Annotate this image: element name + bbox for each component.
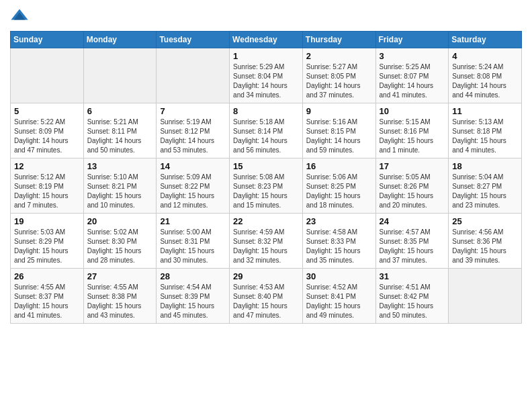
day-number: 18 (452, 161, 518, 171)
day-info: Sunrise: 5:19 AM Sunset: 8:12 PM Dayligh… (160, 118, 226, 155)
calendar-cell: 23Sunrise: 4:58 AM Sunset: 8:33 PM Dayli… (302, 214, 375, 269)
weekday-header-friday: Friday (375, 32, 449, 48)
day-number: 11 (452, 106, 518, 116)
day-info: Sunrise: 4:56 AM Sunset: 8:36 PM Dayligh… (452, 228, 518, 265)
calendar-cell: 29Sunrise: 4:53 AM Sunset: 8:40 PM Dayli… (230, 269, 303, 324)
day-number: 17 (380, 161, 445, 171)
calendar-cell (449, 269, 522, 324)
calendar-cell (157, 48, 230, 103)
day-number: 6 (87, 106, 153, 116)
calendar-cell (11, 48, 84, 103)
day-info: Sunrise: 4:53 AM Sunset: 8:40 PM Dayligh… (233, 283, 299, 320)
day-info: Sunrise: 5:13 AM Sunset: 8:18 PM Dayligh… (452, 118, 518, 155)
logo (10, 7, 32, 26)
day-number: 25 (452, 216, 518, 226)
day-info: Sunrise: 5:10 AM Sunset: 8:21 PM Dayligh… (87, 173, 153, 210)
day-info: Sunrise: 5:03 AM Sunset: 8:29 PM Dayligh… (14, 228, 80, 265)
logo-icon (10, 7, 29, 26)
day-number: 14 (160, 161, 226, 171)
day-info: Sunrise: 4:55 AM Sunset: 8:38 PM Dayligh… (87, 283, 153, 320)
day-info: Sunrise: 4:55 AM Sunset: 8:37 PM Dayligh… (14, 283, 80, 320)
calendar-cell: 13Sunrise: 5:10 AM Sunset: 8:21 PM Dayli… (83, 158, 157, 214)
day-info: Sunrise: 4:51 AM Sunset: 8:42 PM Dayligh… (380, 283, 445, 320)
calendar-cell: 12Sunrise: 5:12 AM Sunset: 8:19 PM Dayli… (11, 158, 84, 214)
day-number: 30 (306, 271, 372, 281)
week-row-2: 5Sunrise: 5:22 AM Sunset: 8:09 PM Daylig… (11, 103, 522, 158)
weekday-header-saturday: Saturday (449, 32, 522, 48)
day-info: Sunrise: 4:52 AM Sunset: 8:41 PM Dayligh… (306, 283, 372, 320)
day-number: 22 (233, 216, 299, 226)
day-info: Sunrise: 5:27 AM Sunset: 8:05 PM Dayligh… (306, 62, 372, 100)
day-info: Sunrise: 5:22 AM Sunset: 8:09 PM Dayligh… (14, 118, 80, 155)
day-number: 20 (87, 216, 153, 226)
day-info: Sunrise: 5:06 AM Sunset: 8:25 PM Dayligh… (306, 173, 372, 210)
calendar-table: SundayMondayTuesdayWednesdayThursdayFrid… (10, 31, 522, 324)
calendar-cell: 8Sunrise: 5:18 AM Sunset: 8:14 PM Daylig… (230, 103, 303, 158)
day-number: 9 (306, 106, 372, 116)
calendar-cell: 14Sunrise: 5:09 AM Sunset: 8:22 PM Dayli… (157, 158, 230, 214)
day-number: 24 (380, 216, 445, 226)
day-number: 3 (380, 51, 445, 61)
calendar-cell (83, 48, 157, 103)
calendar-cell: 17Sunrise: 5:05 AM Sunset: 8:26 PM Dayli… (375, 158, 449, 214)
day-number: 7 (160, 106, 226, 116)
day-info: Sunrise: 5:25 AM Sunset: 8:07 PM Dayligh… (380, 62, 445, 100)
day-number: 15 (233, 161, 299, 171)
calendar-cell: 28Sunrise: 4:54 AM Sunset: 8:39 PM Dayli… (157, 269, 230, 324)
calendar-cell: 15Sunrise: 5:08 AM Sunset: 8:23 PM Dayli… (230, 158, 303, 214)
week-row-1: 1Sunrise: 5:29 AM Sunset: 8:04 PM Daylig… (11, 48, 522, 103)
calendar-cell: 20Sunrise: 5:02 AM Sunset: 8:30 PM Dayli… (83, 214, 157, 269)
day-number: 1 (233, 51, 299, 61)
day-info: Sunrise: 5:09 AM Sunset: 8:22 PM Dayligh… (160, 173, 226, 210)
week-row-3: 12Sunrise: 5:12 AM Sunset: 8:19 PM Dayli… (11, 158, 522, 214)
weekday-header-thursday: Thursday (302, 32, 375, 48)
weekday-header-monday: Monday (83, 32, 157, 48)
calendar-cell: 21Sunrise: 5:00 AM Sunset: 8:31 PM Dayli… (157, 214, 230, 269)
day-info: Sunrise: 5:04 AM Sunset: 8:27 PM Dayligh… (452, 173, 518, 210)
day-number: 5 (14, 106, 80, 116)
day-info: Sunrise: 5:16 AM Sunset: 8:15 PM Dayligh… (306, 118, 372, 155)
calendar-cell: 10Sunrise: 5:15 AM Sunset: 8:16 PM Dayli… (375, 103, 449, 158)
calendar-cell: 30Sunrise: 4:52 AM Sunset: 8:41 PM Dayli… (302, 269, 375, 324)
day-number: 23 (306, 216, 372, 226)
calendar-cell: 25Sunrise: 4:56 AM Sunset: 8:36 PM Dayli… (449, 214, 522, 269)
day-info: Sunrise: 4:59 AM Sunset: 8:32 PM Dayligh… (233, 228, 299, 265)
day-number: 13 (87, 161, 153, 171)
calendar-cell: 9Sunrise: 5:16 AM Sunset: 8:15 PM Daylig… (302, 103, 375, 158)
day-info: Sunrise: 5:05 AM Sunset: 8:26 PM Dayligh… (380, 173, 445, 210)
page: SundayMondayTuesdayWednesdayThursdayFrid… (0, 0, 532, 334)
day-number: 19 (14, 216, 80, 226)
weekday-header-tuesday: Tuesday (157, 32, 230, 48)
weekday-header-wednesday: Wednesday (230, 32, 303, 48)
day-info: Sunrise: 4:54 AM Sunset: 8:39 PM Dayligh… (160, 283, 226, 320)
calendar-cell: 26Sunrise: 4:55 AM Sunset: 8:37 PM Dayli… (11, 269, 84, 324)
day-number: 2 (306, 51, 372, 61)
day-info: Sunrise: 5:00 AM Sunset: 8:31 PM Dayligh… (160, 228, 226, 265)
calendar-cell: 5Sunrise: 5:22 AM Sunset: 8:09 PM Daylig… (11, 103, 84, 158)
day-number: 10 (380, 106, 445, 116)
day-info: Sunrise: 5:12 AM Sunset: 8:19 PM Dayligh… (14, 173, 80, 210)
header (10, 7, 522, 26)
calendar-body: 1Sunrise: 5:29 AM Sunset: 8:04 PM Daylig… (11, 48, 522, 324)
day-info: Sunrise: 5:15 AM Sunset: 8:16 PM Dayligh… (380, 118, 445, 155)
calendar-cell: 11Sunrise: 5:13 AM Sunset: 8:18 PM Dayli… (449, 103, 522, 158)
calendar-cell: 31Sunrise: 4:51 AM Sunset: 8:42 PM Dayli… (375, 269, 449, 324)
weekday-header-row: SundayMondayTuesdayWednesdayThursdayFrid… (11, 32, 522, 48)
calendar-cell: 1Sunrise: 5:29 AM Sunset: 8:04 PM Daylig… (230, 48, 303, 103)
calendar-cell: 3Sunrise: 5:25 AM Sunset: 8:07 PM Daylig… (375, 48, 449, 103)
calendar-cell: 27Sunrise: 4:55 AM Sunset: 8:38 PM Dayli… (83, 269, 157, 324)
day-number: 8 (233, 106, 299, 116)
weekday-header-sunday: Sunday (11, 32, 84, 48)
day-info: Sunrise: 4:57 AM Sunset: 8:35 PM Dayligh… (380, 228, 445, 265)
calendar-cell: 22Sunrise: 4:59 AM Sunset: 8:32 PM Dayli… (230, 214, 303, 269)
calendar-cell: 2Sunrise: 5:27 AM Sunset: 8:05 PM Daylig… (302, 48, 375, 103)
day-number: 28 (160, 271, 226, 281)
day-info: Sunrise: 5:29 AM Sunset: 8:04 PM Dayligh… (233, 62, 299, 100)
calendar-cell: 7Sunrise: 5:19 AM Sunset: 8:12 PM Daylig… (157, 103, 230, 158)
day-number: 31 (380, 271, 445, 281)
day-info: Sunrise: 5:24 AM Sunset: 8:08 PM Dayligh… (452, 62, 518, 100)
calendar-cell: 16Sunrise: 5:06 AM Sunset: 8:25 PM Dayli… (302, 158, 375, 214)
calendar-cell: 19Sunrise: 5:03 AM Sunset: 8:29 PM Dayli… (11, 214, 84, 269)
day-number: 29 (233, 271, 299, 281)
week-row-4: 19Sunrise: 5:03 AM Sunset: 8:29 PM Dayli… (11, 214, 522, 269)
